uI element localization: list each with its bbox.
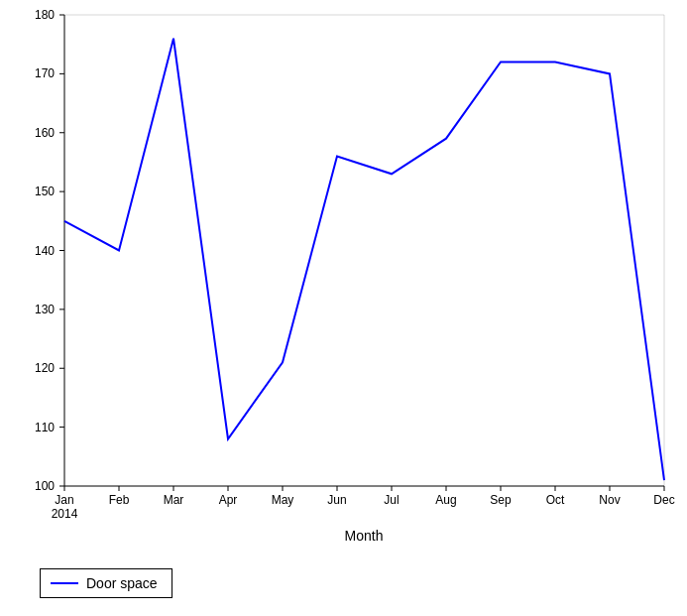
x-tick-aug: Aug: [435, 493, 456, 507]
legend-label: Door space: [86, 575, 158, 591]
y-tick-110: 110: [35, 421, 55, 434]
x-tick-oct: Oct: [546, 493, 565, 507]
y-tick-130: 130: [35, 303, 55, 316]
y-tick-100: 100: [35, 479, 55, 493]
x-tick-may: May: [272, 493, 294, 507]
svg-rect-0: [0, 0, 687, 616]
x-tick-jul: Jul: [384, 493, 399, 507]
y-tick-150: 150: [35, 185, 55, 198]
x-axis-label: Month: [345, 528, 384, 544]
x-tick-mar: Mar: [164, 493, 184, 507]
y-tick-180: 180: [35, 8, 55, 22]
x-tick-2014: 2014: [52, 507, 78, 521]
x-tick-jun: Jun: [327, 493, 346, 507]
y-tick-120: 120: [35, 361, 55, 375]
x-tick-nov: Nov: [599, 493, 620, 507]
chart-container: 100 110 120 130 140 150 160 170 180 Jan …: [0, 0, 687, 616]
y-tick-170: 170: [35, 66, 55, 80]
legend: Door space: [40, 568, 172, 598]
x-tick-dec: Dec: [653, 493, 674, 507]
y-tick-140: 140: [35, 244, 55, 258]
x-tick-jan: Jan: [55, 493, 73, 507]
line-chart: 100 110 120 130 140 150 160 170 180 Jan …: [0, 0, 687, 616]
x-tick-feb: Feb: [109, 493, 130, 507]
y-tick-160: 160: [35, 126, 55, 140]
legend-line-icon: [51, 582, 78, 584]
x-tick-apr: Apr: [219, 493, 238, 507]
x-tick-sep: Sep: [490, 493, 512, 507]
